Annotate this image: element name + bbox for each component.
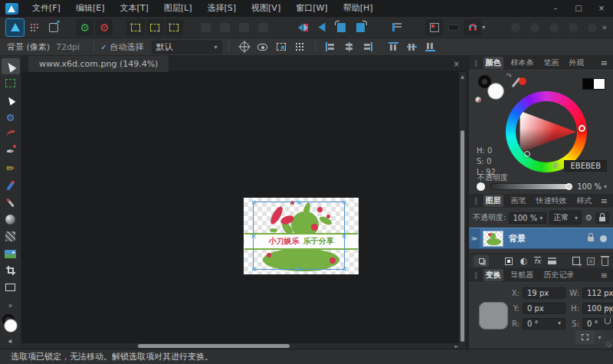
snap-option-2-button[interactable] [526,19,543,36]
panel-menu-icon[interactable]: ≡ [601,196,608,206]
selection-handle[interactable]: × [296,199,302,206]
panel-menu-icon[interactable]: ≡ [601,271,608,280]
rectangle-tool[interactable] [2,280,20,296]
flip-vertical-button[interactable] [313,19,331,36]
selection-handle[interactable]: × [251,232,257,239]
panel-grip-icon[interactable]: ‖ [474,271,478,279]
vector-crop-tool[interactable] [2,263,20,279]
menu-window[interactable]: 窗口[W] [288,0,335,17]
scroll-up-icon[interactable]: ▲ [459,72,466,79]
knife-tool[interactable] [2,195,20,211]
align-top-button[interactable] [385,40,403,54]
fill-tool[interactable] [2,212,20,228]
blend-options-gear-icon[interactable]: ⚙ [585,213,592,223]
anchor-point-selector[interactable] [479,302,508,330]
snap-option-4-button[interactable] [564,19,582,36]
document-tab[interactable]: www.x6d.com.png (149.4%) [28,56,169,72]
clip-to-canvas-button[interactable] [425,19,443,36]
pixel-grid-button[interactable] [290,40,309,54]
scroll-right-icon[interactable]: ► [454,343,458,349]
rotation-input[interactable]: 0 °▾ [523,318,565,330]
artboard-tool[interactable] [2,75,20,91]
mask-layer-button[interactable] [505,257,513,265]
scale-with-object-button[interactable] [272,40,290,54]
menu-help[interactable]: 帮助[H] [336,0,381,17]
menu-layer[interactable]: 图层[L] [156,0,200,17]
select-all-button[interactable] [126,19,144,36]
tab-history[interactable]: 历史记录 [542,269,577,281]
export-persona-button[interactable] [44,19,62,36]
transform-origin-dropdown[interactable]: ▾ [594,330,605,344]
tab-color[interactable]: 颜色 [484,57,503,69]
menu-text[interactable]: 文本[T] [112,0,156,17]
tab-brushes[interactable]: 画笔 [509,195,529,207]
menu-select[interactable]: 选择[S] [200,0,244,17]
swap-fill-stroke-icon[interactable]: ↷ [506,72,512,80]
layer-name[interactable]: 背景 [509,233,588,244]
rotate-cw-button[interactable] [352,19,369,36]
horizontal-scroll-thumb[interactable] [138,344,290,348]
link-dimensions-icon[interactable] [604,307,611,324]
menu-edit[interactable]: 编辑[E] [68,0,113,17]
tab-appearance[interactable]: 外观 [567,57,587,69]
pixel-persona-button[interactable] [25,19,43,36]
horizontal-scrollbar[interactable]: ► [21,343,466,349]
snapping-dropdown-chevron-icon[interactable]: ▾ [482,24,485,31]
auto-select-label[interactable]: 自动选择 [110,41,144,53]
tab-navigator[interactable]: 导航器 [509,269,536,281]
delete-layer-button[interactable] [602,258,608,266]
place-image-tool[interactable] [2,245,20,261]
adjustment-layer-button[interactable]: ◐ [520,257,527,265]
transparency-tool[interactable] [2,228,20,244]
insert-order-button[interactable] [388,19,406,36]
selection-handle[interactable]: × [251,199,257,206]
close-button[interactable]: × [590,0,613,17]
snap-option-5-button[interactable] [583,19,601,36]
layer-locked-icon[interactable] [588,237,594,241]
fill-swatch[interactable] [487,83,504,100]
align-right-button[interactable] [359,40,377,54]
corner-tool[interactable] [2,126,20,143]
flip-horizontal-button[interactable] [294,19,312,36]
ungroup-button[interactable] [216,19,234,36]
vertical-scrollbar[interactable]: ▲ [459,72,466,343]
settings-red-button[interactable]: ⚙ [95,19,113,36]
align-center-button[interactable] [340,40,359,54]
snapping-button[interactable] [464,19,481,36]
opacity-value[interactable]: 100 % [577,182,602,191]
group-button[interactable] [197,19,215,36]
settings-green-button[interactable]: ⚙ [76,19,93,36]
pen-tool[interactable]: ✒ [2,143,20,159]
layer-effects-button[interactable]: fx [534,257,541,266]
hue-selector[interactable] [579,125,585,132]
selection-handle[interactable]: × [296,266,302,273]
lock-layer-button[interactable] [595,212,609,224]
transform-origin-button[interactable] [575,330,594,344]
eyedropper-icon[interactable] [512,77,521,87]
selection-handle[interactable]: × [341,199,347,206]
y-input[interactable]: 0 px [523,303,565,314]
fill-stroke-selector[interactable]: ↷ [478,75,510,104]
layer-thumbnail[interactable] [483,231,503,247]
minimize-button[interactable]: – [544,0,567,17]
pencil-tool[interactable]: ✏ [2,160,20,176]
opacity-dot-icon[interactable] [477,182,485,191]
boolean-add-button[interactable] [235,19,253,36]
align-bottom-button[interactable] [421,40,440,54]
selection-box[interactable]: × × × × × × × × [253,202,345,270]
snap-option-3-button[interactable] [545,19,562,36]
align-middle-button[interactable] [403,40,421,54]
auto-select-checkbox[interactable]: ✓ [100,43,107,51]
node-tool[interactable] [2,92,20,108]
color-well[interactable] [2,314,20,333]
color-well-chevron-icon[interactable]: ▾ [6,339,15,343]
panel-grip-icon[interactable]: ‖ [474,59,478,67]
tab-stroke[interactable]: 笔画 [542,57,562,69]
delete-mask-button[interactable]: × [587,257,595,265]
cycle-selection-box-button[interactable] [235,40,254,54]
hex-input[interactable]: EBEBEB [564,160,607,172]
selection-handle[interactable]: × [251,266,257,273]
black-white-swatch[interactable] [582,78,605,90]
tab-transform[interactable]: 变换 [484,269,503,281]
artwork-image[interactable]: 小刀娱乐 乐于分享 × × × × × × × × [244,198,359,274]
